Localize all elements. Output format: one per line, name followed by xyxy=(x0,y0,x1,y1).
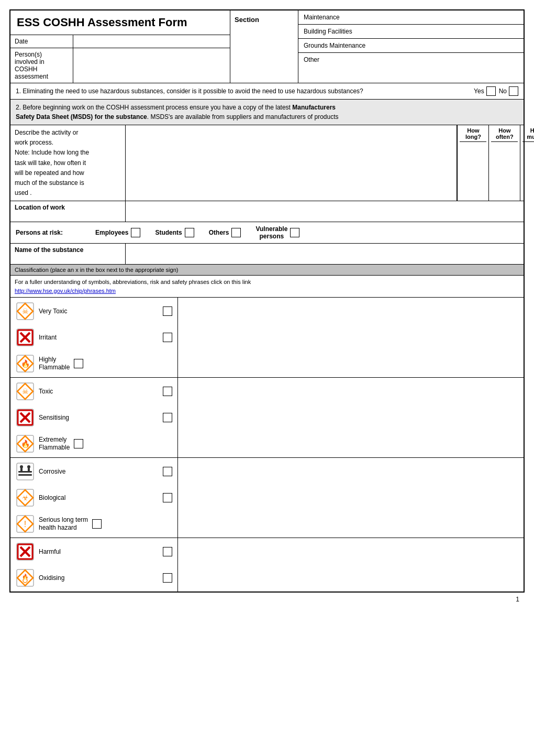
sensitising-icon xyxy=(16,408,35,427)
extremely-flammable-checkbox[interactable] xyxy=(74,439,83,448)
svg-text:☠: ☠ xyxy=(22,307,29,315)
svg-text:🔥: 🔥 xyxy=(21,440,30,448)
section-maintenance: Maintenance xyxy=(298,10,524,25)
section-building-facilities: Building Facilities xyxy=(298,25,524,39)
skull-crossbones-icon: ☠ xyxy=(16,302,35,321)
hazard-health-hazard: ! Serious long termhealth hazard xyxy=(16,514,172,533)
very-toxic-checkbox[interactable] xyxy=(163,306,172,316)
how-long-value[interactable] xyxy=(460,144,486,170)
location-label: Location of work xyxy=(10,201,126,222)
sensitising-checkbox[interactable] xyxy=(163,413,172,422)
hazard-very-toxic: ☠ Very Toxic xyxy=(16,302,172,321)
notice2-line1: 2. Before beginning work on the COSHH as… xyxy=(16,104,336,111)
vulnerable-label: Vulnerable persons xyxy=(255,225,287,240)
sensitising-label: Sensitising xyxy=(39,414,159,421)
corrosive-checkbox[interactable] xyxy=(163,467,172,476)
harmful-label: Harmful xyxy=(39,548,159,555)
extremely-flammable-icon: 🔥 xyxy=(16,434,35,453)
biological-label: Biological xyxy=(39,494,159,501)
how-much-value[interactable] xyxy=(522,144,534,170)
hazard-group4-notes[interactable] xyxy=(178,538,524,591)
activity-label: Describe the activity or work process. N… xyxy=(10,125,126,201)
svg-rect-21 xyxy=(18,471,32,473)
employees-label: Employees xyxy=(95,229,128,236)
svg-point-26 xyxy=(27,465,30,468)
substance-value[interactable] xyxy=(126,244,524,264)
students-label: Students xyxy=(155,229,182,236)
serious-health-hazard-checkbox[interactable] xyxy=(92,519,102,529)
yes-label: Yes xyxy=(474,87,484,95)
harmful-checkbox[interactable] xyxy=(163,547,172,556)
oxidising-icon: 🔥 xyxy=(16,568,35,587)
classification-header: Classification (place an x in the box ne… xyxy=(10,265,524,276)
highly-flammable-checkbox[interactable] xyxy=(74,359,83,368)
how-often-label: How often? xyxy=(491,127,518,142)
section-other: Other xyxy=(298,53,524,67)
hazard-group1-notes[interactable] xyxy=(178,298,524,377)
svg-text:🔥: 🔥 xyxy=(21,359,30,368)
hazard-biological: ☣ Biological xyxy=(16,488,172,507)
svg-point-25 xyxy=(20,465,23,468)
hazard-toxic: ☠ Toxic xyxy=(16,382,172,401)
section-grounds-maintenance: Grounds Maintenance xyxy=(298,39,524,53)
others-label: Others xyxy=(209,229,229,236)
others-checkbox[interactable] xyxy=(231,228,241,237)
section-label: Section xyxy=(235,16,259,24)
date-value[interactable] xyxy=(73,35,230,48)
hazard-highly-flammable: 🔥 HighlyFlammable xyxy=(16,354,172,373)
irritant-checkbox[interactable] xyxy=(163,333,172,342)
how-much-label: How much? xyxy=(522,127,534,142)
notice2-line2: Safety Data Sheet (MSDS) for the substan… xyxy=(16,113,339,120)
substance-label: Name of the substance xyxy=(10,244,126,264)
toxic-icon: ☠ xyxy=(16,382,35,401)
harmful-icon xyxy=(16,542,35,561)
very-toxic-label: Very Toxic xyxy=(39,308,159,315)
hazard-group3-notes[interactable] xyxy=(178,458,524,538)
corrosive-label: Corrosive xyxy=(39,468,159,475)
vulnerable-checkbox[interactable] xyxy=(290,228,299,237)
date-label: Date xyxy=(10,35,73,48)
svg-text:!: ! xyxy=(24,520,26,529)
flame-icon: 🔥 xyxy=(16,354,35,373)
svg-text:🔥: 🔥 xyxy=(22,573,29,580)
persons-label: Person(s) involved in COSHH assessment xyxy=(10,48,73,83)
svg-text:☣: ☣ xyxy=(22,494,29,502)
form-title: ESS COSHH Assessment Form xyxy=(17,16,224,29)
activity-value[interactable] xyxy=(126,125,457,201)
highly-flammable-label: HighlyFlammable xyxy=(39,356,70,372)
hazard-extremely-flammable: 🔥 ExtremelyFlammable xyxy=(16,434,172,453)
hazard-irritant: Irritant xyxy=(16,328,172,347)
extremely-flammable-label: ExtremelyFlammable xyxy=(39,436,70,452)
yes-checkbox[interactable] xyxy=(486,86,496,96)
hazard-group2-notes[interactable] xyxy=(178,378,524,457)
oxidising-checkbox[interactable] xyxy=(163,573,172,583)
hazard-sensitising: Sensitising xyxy=(16,408,172,427)
irritant-icon xyxy=(16,328,35,347)
classification-link[interactable]: http://www.hse.gov.uk/chip/phrases.htm xyxy=(15,288,116,294)
svg-rect-23 xyxy=(20,468,23,472)
classification-link-row: For a fuller understanding of symbols, a… xyxy=(10,276,524,298)
corrosive-icon xyxy=(16,462,35,481)
hazard-harmful: Harmful xyxy=(16,542,172,561)
persons-value[interactable] xyxy=(73,48,230,83)
biological-checkbox[interactable] xyxy=(163,493,172,502)
biohazard-icon: ☣ xyxy=(16,488,35,507)
irritant-label: Irritant xyxy=(39,334,159,341)
serious-health-hazard-label: Serious long termhealth hazard xyxy=(39,516,88,532)
health-hazard-icon: ! xyxy=(16,514,35,533)
toxic-label: Toxic xyxy=(39,388,159,395)
how-long-label: How long? xyxy=(460,127,486,142)
svg-rect-22 xyxy=(18,474,32,476)
location-value[interactable] xyxy=(126,201,524,222)
toxic-checkbox[interactable] xyxy=(163,387,172,396)
notice1-text: 1. Eliminating the need to use hazardous… xyxy=(16,86,469,96)
oxidising-label: Oxidising xyxy=(39,574,159,582)
hazard-corrosive: Corrosive xyxy=(16,462,172,481)
how-often-value[interactable] xyxy=(491,144,518,170)
students-checkbox[interactable] xyxy=(185,228,194,237)
no-checkbox[interactable] xyxy=(509,86,518,96)
persons-at-risk-label: Persons at risk: xyxy=(16,229,89,236)
employees-checkbox[interactable] xyxy=(131,228,140,237)
hazard-oxidising: 🔥 Oxidising xyxy=(16,568,172,587)
page-number: 1 xyxy=(9,593,525,606)
